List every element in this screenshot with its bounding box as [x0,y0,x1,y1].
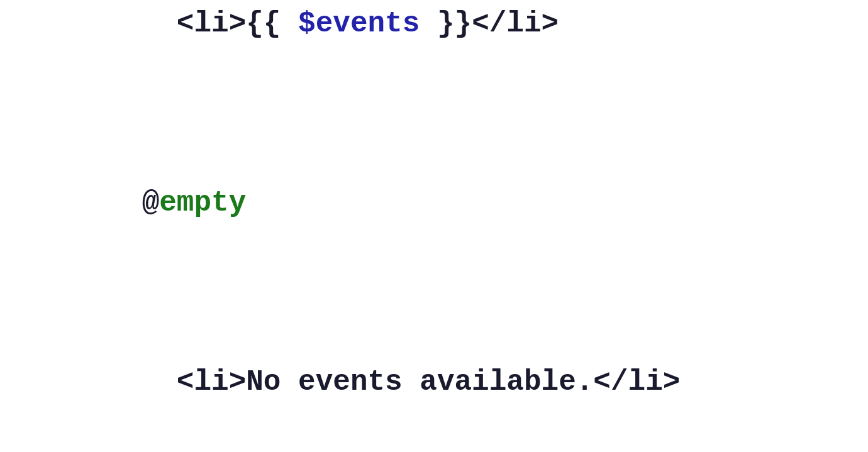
text-li-open: <li>{{ [107,8,298,40]
text-empty-keyword: empty [159,187,246,219]
code-line-5: <li>No events available.</li> [38,316,830,450]
text-at-sign: @ [107,187,159,219]
text-events-var-2: $events [298,8,420,40]
code-line-empty-2 [38,271,830,316]
text-no-events: <li>No events available.</li> [107,366,680,399]
code-line-4: @empty [38,136,830,271]
code-line-3: <li>{{ $events }}</li> [38,0,830,92]
code-block: <ul> @forelse ($events as $event) <li>{{… [0,0,868,452]
text-li-close: }}</li> [420,8,559,40]
code-line-empty-1 [38,92,830,136]
